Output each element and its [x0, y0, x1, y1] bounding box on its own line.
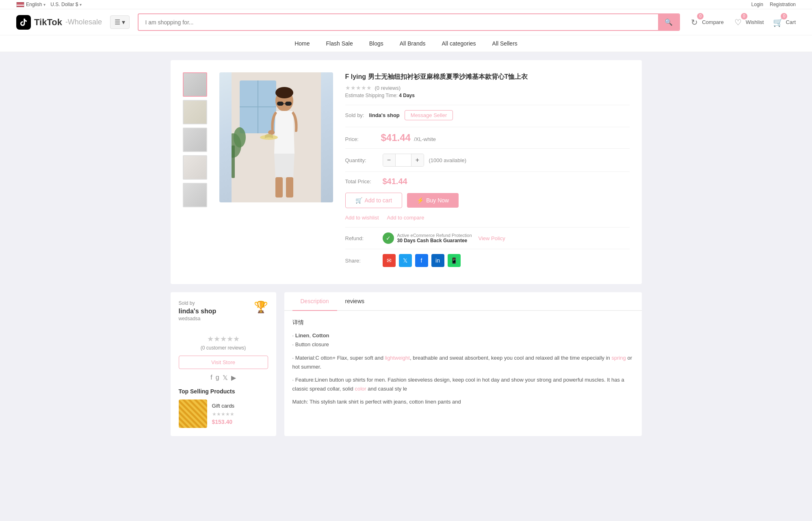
refund-badge: ✓ Active eCommerce Refund Protection 30 …: [383, 232, 505, 244]
nav-all-sellers[interactable]: All Sellers: [492, 40, 518, 47]
nav-blogs[interactable]: Blogs: [369, 40, 383, 47]
thumbnail-1[interactable]: [183, 72, 207, 97]
total-value: $41.44: [383, 177, 407, 186]
shield-icon: ✓: [383, 232, 394, 244]
header-icons: ↻ 0 Compare ♡ 0 Wishlist 🛒 0 Cart: [688, 16, 796, 28]
price-row: Price: $41.44 /XL-white: [345, 132, 630, 143]
top-selling-item: Gift cards ★★★★★ $153.40: [179, 399, 268, 428]
svg-point-9: [275, 87, 293, 98]
desc-item-4: · Feature:Linen button up shirts for men…: [292, 376, 634, 393]
desc-item-2: · Button closure: [292, 340, 634, 349]
language-label: English: [26, 2, 42, 7]
divider-4: [345, 171, 630, 172]
refund-detail: 30 Days Cash Back Guarantee: [397, 238, 472, 243]
desc-item-5: Match: This stylish tank shirt is perfec…: [292, 397, 634, 406]
thumb-img-1: [184, 73, 206, 96]
visit-store-button[interactable]: Visit Store: [179, 356, 268, 369]
seller-google-link[interactable]: g: [216, 374, 219, 382]
top-selling-stars: ★★★★★: [212, 411, 268, 417]
sidebar-review-count: (0 customer reviews): [179, 345, 268, 351]
star-icons: ★★★★★: [345, 85, 372, 91]
thumbnail-3[interactable]: [183, 128, 207, 152]
main-content: F lying 男士无袖纽扣衬衫亚麻棉质夏季沙滩基本款背心T恤上衣 ★★★★★ …: [171, 60, 642, 436]
thumbnail-list: [183, 72, 207, 272]
nav-flash-sale[interactable]: Flash Sale: [326, 40, 353, 47]
add-cart-label: Add to cart: [365, 197, 392, 204]
logo-sub: -Wholesale: [65, 18, 102, 26]
nav-home[interactable]: Home: [294, 40, 310, 47]
divider-1: [345, 105, 630, 105]
divider-5: [345, 227, 630, 228]
thumbnail-4[interactable]: [183, 155, 207, 180]
search-input[interactable]: [139, 15, 658, 30]
sidebar-shop-id: wedsadsa: [179, 316, 217, 321]
nav-all-categories[interactable]: All categories: [442, 40, 476, 47]
share-facebook-icon[interactable]: f: [415, 254, 428, 267]
language-selector[interactable]: English ▾: [16, 2, 45, 7]
share-whatsapp-icon[interactable]: 📱: [448, 254, 461, 267]
rating-count: (0 reviews): [375, 85, 401, 91]
buy-now-button[interactable]: ⚡ Buy Now: [407, 193, 459, 208]
thumbnail-5[interactable]: [183, 183, 207, 207]
sidebar-stars: ★★★★★: [179, 334, 268, 343]
total-label: Total Price:: [345, 178, 378, 185]
buy-icon: ⚡: [417, 197, 424, 204]
shipping-days: 4 Days: [399, 93, 415, 98]
add-to-compare-link[interactable]: Add to compare: [387, 215, 424, 221]
login-link[interactable]: Login: [751, 2, 763, 7]
top-selling-info: Gift cards ★★★★★ $153.40: [212, 403, 268, 425]
language-chevron-icon: ▾: [43, 2, 45, 7]
tab-description[interactable]: Description: [292, 292, 337, 311]
seller-row: Sold by: linda's shop Message Seller: [345, 110, 630, 120]
nav-all-brands[interactable]: All Brands: [400, 40, 426, 47]
tab-bar: Description reviews: [284, 292, 642, 311]
desc-item-1: · Linen, Cotton: [292, 331, 634, 340]
currency-chevron-icon: ▾: [80, 2, 82, 7]
desc-item-3: · Material:C otton+ Flax, super soft and…: [292, 354, 634, 371]
currency-selector[interactable]: U.S. Dollar $ ▾: [50, 2, 82, 7]
quantity-input[interactable]: 1: [395, 154, 411, 166]
cart-btn-icon: 🛒: [355, 197, 362, 204]
seller-facebook-link[interactable]: f: [210, 374, 212, 382]
us-flag-icon: [16, 2, 24, 7]
share-email-icon[interactable]: ✉: [383, 254, 396, 267]
total-row: Total Price: $41.44: [345, 177, 630, 186]
search-button[interactable]: 🔍: [658, 14, 679, 30]
available-text: (1000 available): [429, 157, 467, 163]
add-to-cart-button[interactable]: 🛒 Add to cart: [345, 193, 403, 208]
compare-label: Compare: [702, 19, 723, 25]
add-to-wishlist-link[interactable]: Add to wishlist: [345, 215, 379, 221]
logo-text: TikTok: [34, 17, 62, 28]
wishlist-label: Wishlist: [746, 19, 764, 25]
product-card: F lying 男士无袖纽扣衬衫亚麻棉质夏季沙滩基本款背心T恤上衣 ★★★★★ …: [171, 60, 642, 284]
cart-icon-item[interactable]: 🛒 0 Cart: [772, 16, 796, 28]
seller-youtube-link[interactable]: ▶: [231, 374, 236, 382]
hamburger-button[interactable]: ☰ ▾: [110, 15, 130, 29]
share-linkedin-icon[interactable]: in: [431, 254, 444, 267]
compare-icon-item[interactable]: ↻ 0 Compare: [688, 16, 723, 28]
tab-content-description: 详情 · Linen, Cotton · Button closure · Ma…: [284, 311, 642, 415]
wishlist-icon-item[interactable]: ♡ 0 Wishlist: [732, 16, 764, 28]
view-policy-link[interactable]: View Policy: [479, 235, 505, 241]
logo[interactable]: TikTok-Wholesale: [16, 15, 102, 30]
seller-twitter-link[interactable]: 𝕏: [223, 374, 228, 382]
quantity-increase-button[interactable]: +: [411, 154, 424, 166]
message-seller-button[interactable]: Message Seller: [405, 110, 453, 120]
logo-icon: [16, 15, 31, 30]
quantity-decrease-button[interactable]: −: [383, 154, 395, 166]
refund-title: Active eCommerce Refund Protection: [397, 233, 472, 238]
action-buttons: 🛒 Add to cart ⚡ Buy Now: [345, 193, 630, 208]
seller-label: Sold by:: [345, 112, 364, 118]
seller-social-links: f g 𝕏 ▶: [179, 374, 268, 382]
thumbnail-2[interactable]: [183, 100, 207, 124]
registration-link[interactable]: Registration: [770, 2, 796, 7]
seller-card-top: Sold by linda's shop wedsadsa 🏆: [179, 300, 268, 328]
tab-reviews[interactable]: reviews: [337, 292, 372, 311]
compare-icon: ↻ 0: [688, 16, 700, 28]
wishlist-compare-row: Add to wishlist Add to compare: [345, 215, 630, 221]
shipping-info: Estimate Shipping Time: 4 Days: [345, 93, 630, 98]
divider-3: [345, 148, 630, 149]
seller-name: linda's shop: [369, 112, 399, 118]
thumb-img-2: [184, 101, 206, 124]
share-twitter-icon[interactable]: 𝕏: [399, 254, 412, 267]
